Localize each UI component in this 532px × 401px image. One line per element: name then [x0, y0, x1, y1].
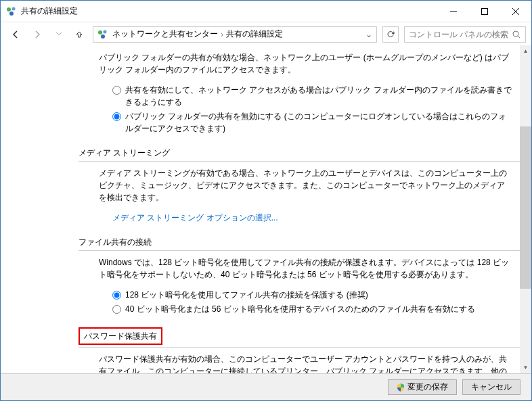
- public-folder-desc: パブリック フォルダーの共有が有効な場合、ネットワーク上のユーザー (ホームグル…: [79, 51, 512, 76]
- radio-label: 40 ビット暗号化または 56 ビット暗号化を使用するデバイスのためのファイル共…: [125, 303, 512, 315]
- media-desc: メディア ストリーミングが有効である場合、ネットワーク上のユーザーとデバイスは、…: [79, 167, 512, 204]
- svg-point-5: [98, 30, 102, 34]
- app-icon: [6, 6, 17, 17]
- svg-point-6: [104, 30, 107, 33]
- svg-rect-3: [450, 11, 457, 11]
- radio-label: パブリック フォルダーの共有を無効にする (このコンピューターにログオンしている…: [125, 110, 512, 135]
- svg-rect-4: [482, 8, 488, 14]
- radio-input[interactable]: [112, 291, 121, 300]
- chevron-right-icon: ›: [221, 30, 223, 39]
- chevron-down-icon[interactable]: ⌄: [365, 30, 372, 39]
- scrollbar-up[interactable]: ▲: [520, 45, 531, 57]
- recent-dropdown[interactable]: [49, 25, 68, 44]
- public-folder-disable[interactable]: パブリック フォルダーの共有を無効にする (このコンピューターにログオンしている…: [112, 110, 512, 135]
- svg-point-0: [7, 7, 11, 11]
- radio-input[interactable]: [112, 86, 121, 95]
- save-button[interactable]: 変更の保存: [388, 379, 457, 395]
- close-button[interactable]: [500, 1, 531, 22]
- content-area: パブリック フォルダーの共有が有効な場合、ネットワーク上のユーザー (ホームグル…: [1, 46, 531, 373]
- public-folder-radios: 共有を有効にして、ネットワーク アクセスがある場合はパブリック フォルダー内のフ…: [79, 84, 512, 135]
- search-icon[interactable]: [512, 30, 521, 39]
- minimize-button[interactable]: [438, 1, 469, 22]
- up-button[interactable]: [71, 26, 87, 43]
- breadcrumb-part1[interactable]: ネットワークと共有センター: [112, 28, 218, 40]
- cancel-button[interactable]: キャンセル: [462, 379, 520, 395]
- scrollbar-thumb[interactable]: [520, 126, 531, 289]
- maximize-button[interactable]: [469, 1, 500, 22]
- fileshare-40bit[interactable]: 40 ビット暗号化または 56 ビット暗号化を使用するデバイスのためのファイル共…: [112, 303, 512, 315]
- scrollbar-down[interactable]: ▼: [520, 362, 531, 373]
- forward-button[interactable]: [28, 25, 47, 44]
- refresh-button[interactable]: [382, 26, 399, 43]
- search-input[interactable]: [409, 30, 512, 39]
- public-folder-enable[interactable]: 共有を有効にして、ネットワーク アクセスがある場合はパブリック フォルダー内のフ…: [112, 84, 512, 108]
- nav-bar: ネットワークと共有センター › 共有の詳細設定 ⌄: [1, 22, 531, 46]
- breadcrumb-part2[interactable]: 共有の詳細設定: [226, 28, 283, 40]
- scrollbar[interactable]: ▲ ▼: [520, 45, 531, 373]
- breadcrumb[interactable]: ネットワークと共有センター › 共有の詳細設定 ⌄: [93, 26, 377, 43]
- breadcrumb-icon: [97, 29, 108, 40]
- fileshare-desc: Windows では、128 ビット暗号化を使用してファイル共有の接続が保護され…: [79, 256, 512, 281]
- svg-point-2: [9, 11, 14, 16]
- fileshare-header: ファイル共有の接続: [79, 236, 512, 250]
- svg-point-7: [101, 34, 105, 39]
- footer: 変更の保存 キャンセル: [1, 373, 531, 400]
- svg-point-8: [513, 31, 518, 37]
- password-header: パスワード保護共有: [79, 327, 512, 346]
- title-bar: 共有の詳細設定: [1, 1, 531, 22]
- radio-input[interactable]: [112, 305, 121, 314]
- svg-point-1: [12, 7, 16, 10]
- fileshare-radios: 128 ビット暗号化を使用してファイル共有の接続を保護する (推奨) 40 ビッ…: [79, 289, 512, 315]
- radio-input[interactable]: [112, 112, 121, 121]
- password-desc: パスワード保護共有が有効の場合、このコンピューターでユーザー アカウントとパスワ…: [79, 353, 512, 373]
- media-header: メディア ストリーミング: [79, 147, 512, 160]
- search-box[interactable]: [404, 26, 526, 43]
- fileshare-128bit[interactable]: 128 ビット暗号化を使用してファイル共有の接続を保護する (推奨): [112, 289, 512, 301]
- back-button[interactable]: [6, 25, 25, 44]
- radio-label: 128 ビット暗号化を使用してファイル共有の接続を保護する (推奨): [125, 289, 512, 301]
- media-options-link[interactable]: メディア ストリーミング オプションの選択...: [79, 212, 512, 224]
- radio-label: 共有を有効にして、ネットワーク アクセスがある場合はパブリック フォルダー内のフ…: [125, 84, 512, 108]
- shield-icon: [397, 383, 405, 392]
- window-title: 共有の詳細設定: [21, 5, 438, 17]
